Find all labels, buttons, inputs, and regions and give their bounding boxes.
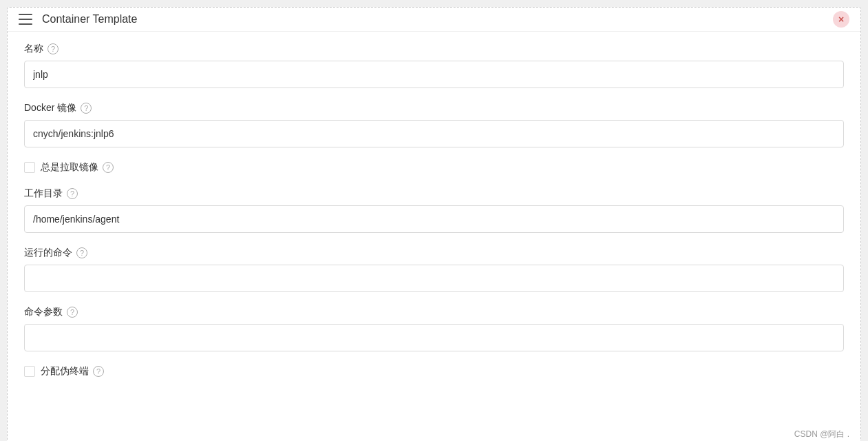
working-dir-help-icon[interactable]: ? [67, 188, 78, 199]
allocate-tty-checkbox[interactable] [24, 366, 35, 377]
command-args-input[interactable] [24, 324, 844, 351]
docker-image-help-icon[interactable]: ? [81, 103, 92, 114]
run-command-label: 运行的命令 ? [24, 247, 844, 259]
name-label: 名称 ? [24, 43, 844, 55]
allocate-tty-help-icon[interactable]: ? [93, 366, 104, 377]
name-field-group: 名称 ? [24, 43, 844, 88]
docker-image-label: Docker 镜像 ? [24, 102, 844, 114]
command-args-label: 命令参数 ? [24, 306, 844, 318]
always-pull-help-icon[interactable]: ? [103, 162, 114, 173]
name-help-icon[interactable]: ? [47, 43, 59, 54]
watermark: CSDN @阿白 . [794, 429, 849, 440]
run-command-help-icon[interactable]: ? [76, 247, 87, 258]
menu-icon[interactable] [19, 14, 32, 25]
run-command-input[interactable] [24, 265, 844, 292]
dialog-header: Container Template × [8, 8, 860, 32]
working-dir-field-group: 工作目录 ? [24, 187, 844, 233]
always-pull-checkbox[interactable] [24, 162, 35, 173]
name-input[interactable] [24, 61, 844, 88]
allocate-tty-group: 分配伪终端 ? [24, 365, 844, 378]
working-dir-label: 工作目录 ? [24, 187, 844, 200]
close-button[interactable]: × [833, 11, 849, 28]
command-args-field-group: 命令参数 ? [24, 306, 844, 351]
allocate-tty-label: 分配伪终端 ? [41, 365, 104, 378]
dialog-title: Container Template [42, 13, 137, 25]
always-pull-group: 总是拉取镜像 ? [24, 161, 844, 174]
working-dir-input[interactable] [24, 205, 844, 233]
run-command-field-group: 运行的命令 ? [24, 247, 844, 292]
docker-image-field-group: Docker 镜像 ? [24, 102, 844, 147]
close-icon: × [838, 14, 844, 25]
always-pull-label: 总是拉取镜像 ? [41, 161, 114, 174]
dialog-container: Container Template × 名称 ? Docker 镜像 ? [7, 7, 861, 441]
command-args-help-icon[interactable]: ? [67, 307, 78, 318]
dialog-body: 名称 ? Docker 镜像 ? 总是拉取镜像 ? 工作目录 ? [8, 32, 860, 402]
docker-image-input[interactable] [24, 120, 844, 147]
